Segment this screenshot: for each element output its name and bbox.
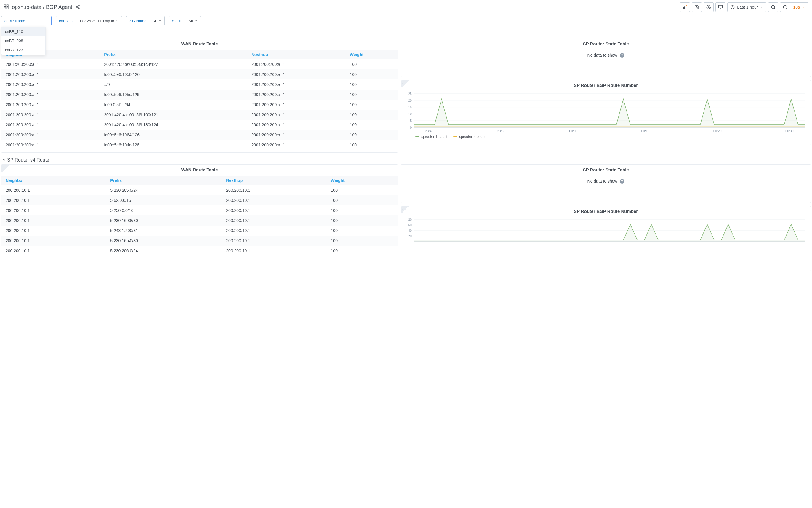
wan-v4-body: 200.200.10.15.230.205.0/24200.200.10.110… — [1, 185, 398, 256]
var-sg-id-select[interactable]: All — [185, 16, 200, 26]
table-row: 200.200.10.15.230.16.40/30200.200.10.110… — [1, 236, 398, 246]
table-row: 200.200.10.15.250.0.0/16200.200.10.1100 — [1, 205, 398, 215]
dropdown-option[interactable]: cnBR_123 — [1, 45, 45, 54]
var-cnbr-name: cnBR Name cnBR_110 cnBR_208 cnBR_123 — [1, 16, 51, 26]
col-weight[interactable]: Weight — [346, 50, 398, 59]
section-sp-router-v6-toggle[interactable]: SP Router — [0, 30, 812, 39]
table-row: 2001:200:200:a::1fc00::5e6:1050/1262001:… — [1, 69, 398, 79]
var-cnbr-id-label: cnBR ID — [56, 16, 76, 26]
table-row: 2001:200:200:a::1fc00::5e6:105c/1262001:… — [1, 89, 398, 99]
wan-route-table-v6: Neighbor Prefix Nexthop Weight 2001:200:… — [1, 50, 398, 150]
svg-text:00:10: 00:10 — [641, 129, 650, 133]
refresh-interval-picker[interactable]: 10s — [790, 2, 808, 12]
page-header: opshub-data / BGP Agent Last 1 hour — [0, 0, 812, 14]
panel-sp-router-state-v4: SP Router State Table No data to show ? — [401, 165, 811, 203]
help-icon[interactable]: ? — [620, 53, 625, 58]
svg-text:20: 20 — [408, 234, 412, 238]
col-prefix[interactable]: Prefix — [100, 50, 247, 59]
var-cnbr-id-select[interactable]: 172.25.29.110.nip.io — [76, 16, 122, 26]
chevron-down-icon — [760, 6, 763, 9]
panel-info-corner[interactable]: i — [401, 80, 409, 87]
clock-icon — [730, 5, 735, 9]
panel-info-corner[interactable]: i — [401, 206, 409, 213]
save-button[interactable] — [692, 2, 702, 12]
svg-text:0: 0 — [410, 126, 412, 129]
panel-info-corner[interactable]: i — [1, 165, 10, 172]
dropdown-option[interactable]: cnBR_110 — [1, 27, 45, 36]
svg-text:60: 60 — [408, 223, 412, 227]
chevron-down-icon — [195, 19, 197, 22]
refresh-interval-label: 10s — [793, 5, 800, 9]
add-panel-button[interactable] — [680, 2, 690, 12]
var-cnbr-id: cnBR ID 172.25.29.110.nip.io — [56, 16, 122, 26]
chevron-down-icon — [159, 19, 162, 22]
var-cnbr-name-input[interactable] — [28, 16, 51, 26]
panel-wan-route-v4: i WAN Route Table Neighbor Prefix Nextho… — [1, 165, 398, 258]
svg-point-14 — [708, 6, 709, 8]
chart-v6-svg: 051015202523:4023:5000:0000:1000:2000:30 — [404, 92, 808, 133]
svg-text:00:00: 00:00 — [570, 129, 578, 133]
tv-mode-button[interactable] — [715, 2, 725, 12]
legend-item[interactable]: sprouter-2-count — [453, 134, 485, 139]
no-data-message: No data to show ? — [401, 49, 811, 70]
panel-title: WAN Route Table — [1, 165, 398, 175]
svg-rect-9 — [683, 7, 684, 9]
svg-point-6 — [78, 7, 79, 9]
col-prefix[interactable]: Prefix — [106, 176, 222, 185]
section-sp-router-v4-toggle[interactable]: SP Router v4 Route — [0, 156, 812, 165]
time-range-label: Last 1 hour — [737, 5, 758, 9]
panel-title: SP Router State Table — [401, 165, 811, 175]
svg-rect-15 — [719, 5, 723, 8]
col-weight[interactable]: Weight — [327, 176, 398, 185]
help-icon[interactable]: ? — [620, 179, 625, 184]
share-icon[interactable] — [75, 4, 80, 10]
svg-text:10: 10 — [408, 112, 412, 116]
var-sg-id-value: All — [188, 19, 192, 23]
svg-rect-0 — [4, 5, 6, 6]
svg-text:15: 15 — [408, 105, 412, 109]
col-nexthop[interactable]: Nexthop — [222, 176, 326, 185]
table-row: 2001:200:200:a::1::/02001:200:200:a::110… — [1, 79, 398, 89]
table-row: 2001:200:200:a::12001:420:4:ef00::5f3:1c… — [1, 59, 398, 69]
time-range-picker[interactable]: Last 1 hour — [727, 2, 766, 12]
table-row: 200.200.10.15.230.16.88/30200.200.10.110… — [1, 215, 398, 225]
svg-rect-10 — [684, 6, 685, 9]
variable-bar: cnBR Name cnBR_110 cnBR_208 cnBR_123 cnB… — [0, 14, 812, 30]
svg-line-20 — [774, 8, 775, 9]
svg-text:23:50: 23:50 — [497, 129, 505, 133]
panel-title: SP Router BGP Route Number — [401, 206, 811, 216]
header-left: opshub-data / BGP Agent — [4, 4, 80, 10]
var-sg-name-value: All — [152, 19, 156, 23]
refresh-button[interactable] — [780, 2, 790, 12]
chevron-down-icon — [802, 6, 805, 9]
chart-v4-svg: 20406080 — [404, 218, 808, 248]
zoom-out-button[interactable] — [768, 2, 778, 12]
panel-bgp-route-number-v4: i SP Router BGP Route Number 20406080 — [401, 206, 811, 271]
svg-rect-2 — [4, 7, 6, 9]
col-neighbor[interactable]: Neighbor — [1, 176, 106, 185]
svg-rect-1 — [7, 5, 8, 6]
cnbr-name-dropdown: cnBR_110 cnBR_208 cnBR_123 — [1, 27, 46, 55]
settings-button[interactable] — [704, 2, 714, 12]
section-sp-router-v4-body: i WAN Route Table Neighbor Prefix Nextho… — [0, 165, 812, 274]
chart-area[interactable]: 20406080 — [401, 216, 811, 250]
svg-text:00:30: 00:30 — [785, 129, 794, 133]
svg-rect-11 — [685, 6, 686, 9]
dropdown-option[interactable]: cnBR_208 — [1, 36, 45, 45]
col-nexthop[interactable]: Nexthop — [247, 50, 346, 59]
legend-item[interactable]: sprouter-1-count — [415, 134, 447, 139]
section-title: SP Router v4 Route — [7, 157, 49, 163]
table-row: 2001:200:200:a::1fc00::5e6:1064/1262001:… — [1, 130, 398, 140]
breadcrumb[interactable]: opshub-data / BGP Agent — [12, 4, 72, 10]
table-row: 2001:200:200:a::12001:420:4:ef00::5f3:10… — [1, 110, 398, 120]
var-sg-id: SG ID All — [169, 16, 201, 26]
svg-point-5 — [76, 6, 77, 7]
chart-area[interactable]: 051015202523:4023:5000:0000:1000:2000:30… — [401, 90, 811, 142]
apps-icon[interactable] — [4, 4, 9, 10]
panel-title: SP Router State Table — [401, 39, 811, 49]
table-row: 200.200.10.15.230.205.0/24200.200.10.110… — [1, 185, 398, 195]
var-sg-name-select[interactable]: All — [149, 16, 165, 26]
svg-text:00:20: 00:20 — [713, 129, 722, 133]
table-row: 200.200.10.15.243.1.200/31200.200.10.110… — [1, 225, 398, 236]
svg-line-7 — [77, 6, 79, 6]
